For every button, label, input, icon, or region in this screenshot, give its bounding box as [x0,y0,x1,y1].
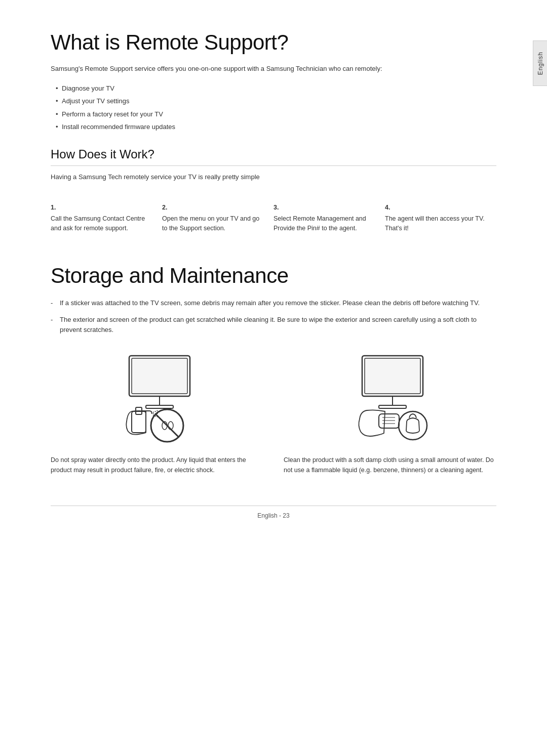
svg-rect-18 [379,414,399,428]
remote-support-intro: Samsung's Remote Support service offers … [51,64,496,74]
step-1: 1. Call the Samsung Contact Centre and a… [51,203,162,233]
feature-item-4: Install recommended firmware updates [56,122,496,132]
svg-rect-15 [365,358,420,394]
svg-rect-1 [132,358,187,394]
storage-item-2: The exterior and screen of the product c… [51,315,496,336]
storage-list: If a sticker was attached to the TV scre… [51,298,496,335]
remote-support-title: What is Remote Support? [51,30,496,55]
feature-item-2: Adjust your TV settings [56,96,496,106]
illustration-2 [334,351,446,447]
image-block-2: Clean the product with a soft damp cloth… [284,351,496,475]
step-4-number: 4. [385,203,489,213]
storage-title: Storage and Maintenance [51,264,496,288]
how-it-works-desc: Having a Samsung Tech remotely service y… [51,172,496,183]
step-4-text: The agent will then access your TV. That… [385,214,489,233]
svg-rect-3 [146,405,173,408]
language-tab: English [533,40,547,86]
illustration-1 [101,351,213,447]
step-3-number: 3. [274,203,377,213]
page-footer: English - 23 [51,506,496,519]
image-1-caption: Do not spray water directly onto the pro… [51,455,263,475]
image-block-1: Do not spray water directly onto the pro… [51,351,263,475]
step-2-number: 2. [162,203,266,213]
step-1-text: Call the Samsung Contact Centre and ask … [51,214,154,233]
step-4: 4. The agent will then access your TV. T… [385,203,496,233]
step-3-text: Select Remote Management and Provide the… [274,214,377,233]
step-1-number: 1. [51,203,154,213]
svg-point-22 [399,411,427,440]
image-2-caption: Clean the product with a soft damp cloth… [284,455,496,475]
storage-item-1: If a sticker was attached to the TV scre… [51,298,496,309]
features-list: Diagnose your TV Adjust your TV settings… [51,83,496,132]
svg-rect-17 [379,405,406,408]
step-2: 2. Open the menu on your TV and go to th… [162,203,274,233]
feature-item-1: Diagnose your TV [56,83,496,94]
illustrations-row: Do not spray water directly onto the pro… [51,351,496,475]
how-it-works-title: How Does it Work? [51,147,496,166]
feature-item-3: Perform a factory reset for your TV [56,109,496,119]
language-label: English [537,52,544,75]
footer-label: English - 23 [257,512,289,519]
step-3: 3. Select Remote Management and Provide … [274,203,385,233]
step-2-text: Open the menu on your TV and go to the S… [162,214,266,233]
steps-container: 1. Call the Samsung Contact Centre and a… [51,203,496,233]
